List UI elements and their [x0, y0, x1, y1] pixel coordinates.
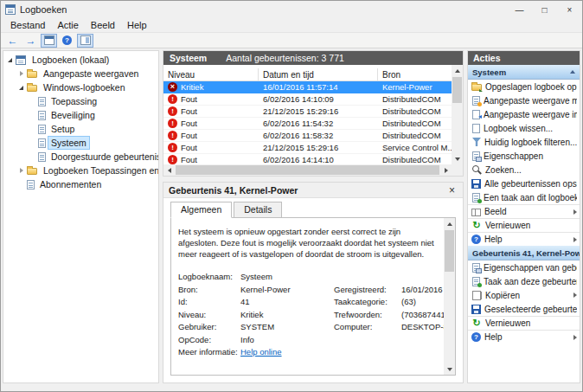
event-row[interactable]: Fout 6/02/2016 11:58:32 DistributedCOM	[163, 130, 452, 142]
arrow-expanded[interactable]	[5, 58, 15, 62]
actions-section-header[interactable]: Systeem	[468, 65, 580, 80]
scroll-thumb[interactable]	[452, 77, 462, 103]
close-button[interactable]: ×	[557, 1, 582, 18]
action-item-label: Taak aan deze gebeurteni...	[484, 277, 577, 286]
toolbar-button[interactable]	[41, 34, 57, 48]
column-header[interactable]: Niveau	[163, 68, 259, 80]
tree-item[interactable]: Beveiliging	[3, 108, 158, 122]
field-value: (70368744177664),(2)	[401, 310, 444, 319]
events-list-pane: Systeem Aantal gebeurtenissen: 3 771 Niv…	[163, 50, 464, 177]
event-row[interactable]: Fout 21/12/2015 15:29:16 Service Control…	[163, 142, 452, 154]
field-label	[334, 272, 401, 281]
tree-item[interactable]: Systeem	[3, 136, 158, 150]
arrow-expanded[interactable]	[16, 86, 26, 90]
minimize-button[interactable]: —	[507, 1, 532, 18]
tree-item[interactable]: Doorgestuurde gebeurtenissen	[3, 150, 158, 164]
action-item[interactable]: Help	[468, 232, 580, 246]
preview-pane: Gebeurtenis 41, Kernel-Power × Algemeen …	[163, 182, 464, 383]
scroll-thumb-horizontal[interactable]	[176, 165, 439, 175]
action-item[interactable]: Alle gebeurtenissen opsla...	[468, 177, 580, 190]
action-item[interactable]: Aangepaste weergave ma...	[468, 93, 580, 107]
tree-item[interactable]: Abonnementen	[3, 177, 158, 191]
event-row[interactable]: Fout 21/12/2015 15:29:16 DistributedCOM	[163, 106, 452, 118]
scroll-left-icon[interactable]	[163, 164, 175, 176]
action-item[interactable]: Beeld	[468, 204, 580, 218]
tree-item[interactable]: Logboeken (lokaal)	[3, 53, 158, 67]
tree-item[interactable]: Logboeken Toepassingen en Services	[3, 164, 158, 177]
toolbar-button[interactable]	[77, 34, 93, 48]
event-description: Het systeem is opnieuw opgestart zonder …	[178, 227, 437, 260]
scroll-up-icon[interactable]	[444, 218, 455, 229]
actions-section-header[interactable]: Gebeurtenis 41, Kernel-Power	[468, 246, 580, 260]
scroll-down-icon[interactable]	[444, 363, 455, 375]
toolbar-button[interactable]	[22, 34, 39, 48]
action-item[interactable]: Een taak aan dit logboek...	[468, 190, 580, 204]
tree-item[interactable]: Aangepaste weergaven	[3, 67, 158, 80]
tab[interactable]: Algemeen	[170, 202, 232, 218]
scroll-down-icon[interactable]	[452, 153, 463, 164]
help-online-link[interactable]: Help online	[240, 347, 334, 357]
title-bar: Logboeken — □ ×	[1, 1, 582, 18]
menu-item[interactable]: Beeld	[85, 20, 121, 30]
toolbar-button[interactable]	[4, 34, 21, 48]
field-row: OpCode: Info	[178, 335, 437, 344]
collapse-chevron-icon[interactable]	[570, 70, 575, 74]
event-row[interactable]: Fout 6/02/2016 14:10:09 DistributedCOM	[163, 93, 452, 106]
action-item[interactable]: Vernieuwen	[468, 218, 580, 232]
field-label: Geregistreerd:	[334, 285, 401, 294]
action-item[interactable]: Taak aan deze gebeurteni...	[468, 274, 580, 288]
events-vertical-scrollbar[interactable]	[452, 65, 463, 164]
menu-item[interactable]: Help	[121, 20, 153, 30]
action-item[interactable]: Geselecteerde gebeurteni...	[468, 302, 580, 316]
action-item[interactable]: Aangepaste weergave im...	[468, 107, 580, 121]
action-item[interactable]: Huidig logboek filteren...	[468, 135, 580, 149]
folder-icon	[27, 85, 37, 92]
level-text: Fout	[181, 143, 197, 152]
event-row[interactable]: Kritiek 16/01/2016 11:57:14 Kernel-Power	[163, 81, 452, 93]
action-item-label: Help	[484, 235, 503, 244]
tab[interactable]: Details	[234, 202, 282, 218]
action-item[interactable]: Zoeken...	[468, 163, 580, 177]
field-value	[401, 347, 437, 357]
column-header[interactable]: Datum en tijd	[259, 68, 378, 80]
action-item[interactable]: Logboek wissen...	[468, 121, 580, 135]
level-text: Fout	[181, 155, 197, 164]
cell-date: 6/02/2016 11:54:32	[259, 119, 378, 128]
action-item[interactable]: Help	[468, 330, 580, 344]
tree-item[interactable]: Windows-logboeken	[3, 80, 158, 94]
action-item[interactable]: Eigenschappen van gebe...	[468, 260, 580, 274]
field-label: Meer informatie:	[178, 347, 240, 357]
detail-vertical-scrollbar[interactable]	[444, 218, 455, 375]
error-icon	[168, 119, 177, 128]
menu-item[interactable]: Actie	[51, 20, 84, 30]
action-item[interactable]: Opgeslagen logboek ope...	[468, 80, 580, 93]
event-row[interactable]: Fout 6/02/2016 11:54:32 DistributedCOM	[163, 118, 452, 130]
arrow-collapsed[interactable]	[16, 168, 26, 173]
help-icon	[471, 235, 481, 244]
view-icon	[471, 209, 481, 216]
tree-item[interactable]: Setup	[3, 122, 158, 136]
action-item[interactable]: Eigenschappen	[468, 149, 580, 163]
tree-item-label: Logboeken Toepassingen en Services	[40, 164, 158, 177]
action-item[interactable]: Kopiëren	[468, 288, 580, 302]
menu-item[interactable]: Bestand	[4, 20, 51, 30]
tree-item[interactable]: Toepassing	[3, 94, 158, 108]
close-preview-icon[interactable]: ×	[446, 184, 458, 196]
cell-level: Fout	[163, 106, 259, 116]
scroll-up-icon[interactable]	[452, 65, 463, 76]
toolbar-button[interactable]	[59, 34, 75, 48]
field-row: Gebruiker: SYSTEM Computer: DESKTOP-8Q3D…	[178, 322, 437, 331]
action-item-label: Een taak aan dit logboek...	[484, 193, 577, 202]
arrow-collapsed[interactable]	[16, 71, 26, 76]
action-item[interactable]: Vernieuwen	[468, 316, 580, 330]
field-value: Kernel-Power	[240, 285, 334, 294]
event-row[interactable]: Fout 6/02/2016 14:14:10 DistributedCOM	[163, 154, 452, 164]
maximize-button[interactable]: □	[532, 1, 557, 18]
scroll-right-icon[interactable]	[440, 164, 452, 176]
column-header[interactable]: Bron	[378, 68, 452, 80]
action-item-label: Vernieuwen	[485, 221, 530, 230]
scroll-thumb[interactable]	[445, 230, 454, 272]
events-horizontal-scrollbar[interactable]	[163, 164, 452, 176]
action-item-label: Aangepaste weergave ma...	[484, 96, 577, 106]
save-icon	[471, 305, 481, 314]
